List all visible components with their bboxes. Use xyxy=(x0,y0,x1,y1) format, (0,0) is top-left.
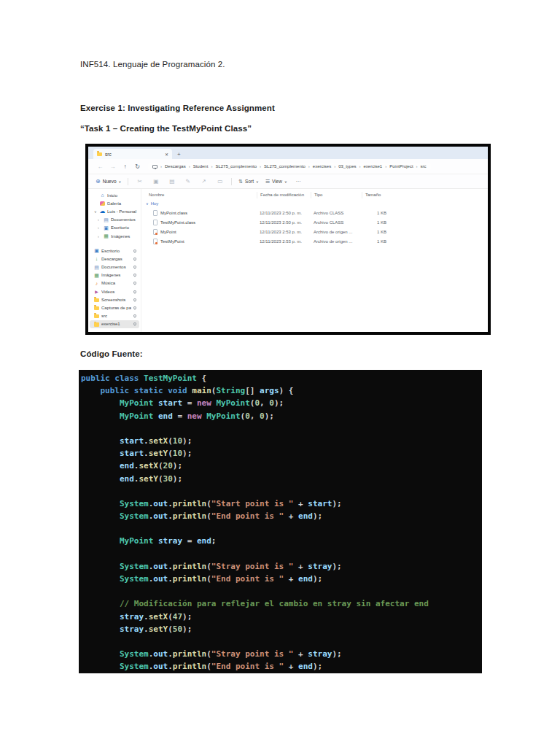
computer-icon xyxy=(152,165,158,169)
sidebar-item-descargas[interactable]: Descargas xyxy=(90,255,139,263)
column-header[interactable]: Tamaño xyxy=(362,192,397,198)
column-header[interactable]: Tipo xyxy=(311,192,362,198)
chevron-icon: › xyxy=(98,234,101,239)
sidebar-item-im-genes[interactable]: Imágenes xyxy=(90,271,139,279)
java-file-icon xyxy=(153,229,158,235)
folder-icon xyxy=(94,314,99,319)
code-line xyxy=(81,635,482,648)
table-row[interactable]: TestMyPoint12/11/2023 2:53 p. m.Archivo … xyxy=(146,237,488,247)
sort-button[interactable]: ⇅ Sort ∨ xyxy=(238,179,258,185)
docs-icon xyxy=(94,265,99,270)
file-group-header[interactable]: ∨ Hoy xyxy=(146,199,488,208)
breadcrumb-item[interactable]: exercises xyxy=(313,164,331,169)
table-row[interactable]: MyPoint12/11/2023 2:53 p. m.Archivo de o… xyxy=(146,227,488,236)
sidebar-item-escritorio[interactable]: ›Escritorio xyxy=(90,224,139,232)
sidebar-item-galer-a[interactable]: Galería xyxy=(90,199,139,207)
sidebar-item-escritorio[interactable]: Escritorio xyxy=(90,247,139,255)
sidebar-item-videos[interactable]: Videos xyxy=(90,287,139,295)
sidebar-item-src[interactable]: src xyxy=(90,312,139,320)
breadcrumb-separator: › xyxy=(385,164,386,169)
copy-icon[interactable]: ▣ xyxy=(151,178,160,185)
up-icon[interactable]: ↑ xyxy=(119,163,131,170)
breadcrumb-item[interactable]: SL275_complemento xyxy=(215,164,257,169)
paste-icon[interactable]: ▤ xyxy=(167,178,176,185)
sidebar-item-label: Inicio xyxy=(107,193,137,198)
code-line xyxy=(81,585,482,597)
chevron-icon: › xyxy=(98,217,101,222)
column-header[interactable]: Fecha de modificación xyxy=(257,192,311,198)
breadcrumb-separator: › xyxy=(359,164,361,169)
pin-icon xyxy=(133,306,137,310)
code-line: stray.setX(47); xyxy=(81,611,482,623)
breadcrumb-item[interactable]: SL275_complemento xyxy=(264,164,306,169)
breadcrumb-item[interactable]: src xyxy=(421,164,427,169)
sidebar-item-screenshots[interactable]: Screenshots xyxy=(90,295,139,303)
breadcrumb-item[interactable]: Descargas xyxy=(165,164,186,169)
sidebar-item-label: Luis - Personal xyxy=(107,209,137,214)
cut-icon[interactable]: ✂ xyxy=(135,178,144,185)
new-button-label: Nuevo xyxy=(103,179,117,184)
pin-icon xyxy=(133,249,137,253)
table-row[interactable]: MyPoint.class12/11/2023 2:50 p. m.Archiv… xyxy=(146,208,488,217)
breadcrumb-item[interactable]: 03_types xyxy=(338,164,356,169)
new-tab-button[interactable]: + xyxy=(177,151,181,158)
refresh-icon[interactable]: ↻ xyxy=(131,163,144,170)
new-button[interactable]: ⊕ Nuevo ∨ xyxy=(96,178,121,185)
delete-icon[interactable]: ▭ xyxy=(215,178,225,185)
chevron-icon: ∨ xyxy=(94,209,98,214)
share-icon[interactable]: ↗ xyxy=(199,178,209,185)
sidebar-item-inicio[interactable]: Inicio xyxy=(90,191,139,199)
chevron-down-icon: ∨ xyxy=(119,179,122,184)
pin-icon xyxy=(133,273,137,277)
file-name: MyPoint.class xyxy=(160,211,187,215)
code-line xyxy=(81,522,482,535)
forward-icon[interactable]: → xyxy=(106,163,119,170)
sidebar-item-m-sica[interactable]: Música xyxy=(90,279,139,287)
sidebar-item-documentos[interactable]: Documentos xyxy=(90,263,139,271)
sidebar-item-exercise1[interactable]: exercise1 xyxy=(90,320,139,328)
column-header[interactable]: Nombre xyxy=(146,192,257,198)
code-label: Código Fuente: xyxy=(80,349,143,358)
code-line: MyPoint stray = end; xyxy=(81,535,482,547)
back-icon[interactable]: ← xyxy=(94,163,106,170)
breadcrumb-item[interactable]: PointProject xyxy=(389,164,413,169)
sidebar-item-capturas-de-pa[interactable]: Capturas de pa xyxy=(90,303,139,311)
breadcrumb-item[interactable]: exercise1 xyxy=(364,164,383,169)
breadcrumb-item[interactable]: Student xyxy=(193,164,209,169)
sidebar-item-label: exercise1 xyxy=(101,322,131,326)
pin-icon xyxy=(133,298,137,302)
view-icon: ☰ xyxy=(265,179,270,185)
toolbar-divider xyxy=(128,178,128,185)
breadcrumb-separator: › xyxy=(160,164,162,169)
more-options-icon[interactable]: ⋯ xyxy=(296,179,301,185)
desktop-icon xyxy=(94,248,99,253)
file-name: TestMyPoint.class xyxy=(160,220,195,225)
music-icon xyxy=(94,281,99,286)
desktop-icon xyxy=(104,225,109,231)
pin-icon xyxy=(133,290,137,294)
rename-icon[interactable]: ✎ xyxy=(183,178,192,185)
sidebar-item-im-genes[interactable]: ›Imágenes xyxy=(90,232,139,240)
folder-icon xyxy=(94,322,99,327)
file-name: MyPoint xyxy=(160,230,176,234)
code-line: start.setY(10); xyxy=(81,447,482,460)
sidebar-item-luis-personal[interactable]: ∨Luis - Personal xyxy=(90,207,139,215)
pics-icon xyxy=(94,273,99,278)
explorer-body: InicioGalería∨Luis - Personal ›Documento… xyxy=(88,189,488,332)
code-block: public class TestMyPoint { public static… xyxy=(79,370,482,673)
explorer-tab[interactable]: src ✕ xyxy=(93,149,172,159)
breadcrumb[interactable]: ›Descargas›Student›SL275_complemento›SL2… xyxy=(148,163,431,170)
file-type-cell: Archivo de origen ... xyxy=(311,230,362,234)
tab-close-icon[interactable]: ✕ xyxy=(165,152,168,157)
sidebar-item-documentos[interactable]: ›Documentos xyxy=(90,216,139,224)
code-line: public static void main(String[] args) { xyxy=(81,384,482,397)
chevron-down-icon: ∨ xyxy=(146,201,149,206)
folder-icon xyxy=(97,152,102,157)
sidebar-item-label: Descargas xyxy=(101,257,131,261)
code-line: end.setY(30); xyxy=(81,473,482,485)
table-row[interactable]: TestMyPoint.class12/11/2023 2:50 p. m.Ar… xyxy=(146,217,488,227)
file-modified-cell: 12/11/2023 2:50 p. m. xyxy=(257,211,311,215)
view-button[interactable]: ☰ View ∨ xyxy=(265,179,287,185)
sidebar-item-label: Imágenes xyxy=(101,273,131,277)
file-size-cell: 1 KB xyxy=(362,230,397,234)
